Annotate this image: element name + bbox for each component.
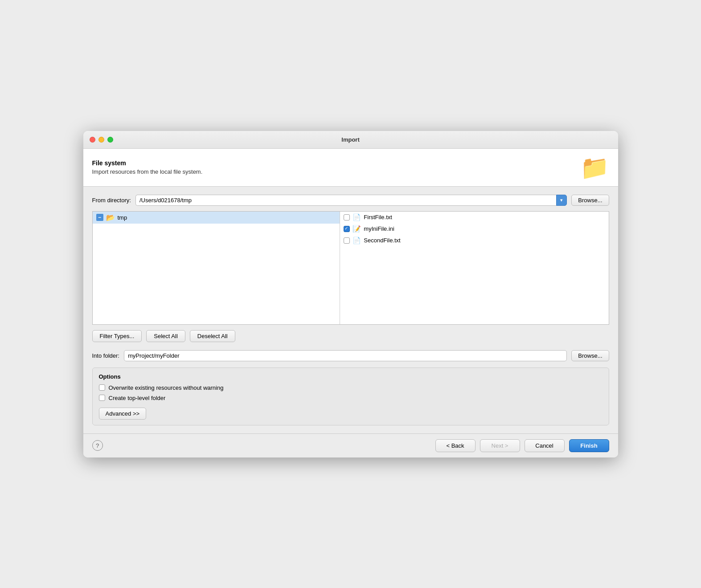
file-icon-secondfile: 📄 [353,237,361,245]
directory-input[interactable] [135,195,556,206]
action-buttons-row: Filter Types... Select All Deselect All [92,330,609,342]
overwrite-checkbox[interactable] [99,384,105,391]
file-checkbox-inifile[interactable] [344,226,350,232]
header-subtitle: Import resources from the local file sys… [92,168,203,175]
folder-icon: 📁 [580,156,609,179]
window-title: Import [341,136,359,143]
folder-name: tmp [118,214,127,221]
top-level-label: Create top-level folder [109,395,166,401]
browse-directory-button[interactable]: Browse... [571,195,609,206]
maximize-button[interactable] [107,137,113,143]
top-level-checkbox[interactable] [99,395,105,401]
top-level-option-row: Create top-level folder [99,395,603,401]
list-item[interactable]: 📄 SecondFile.txt [340,235,608,246]
directory-dropdown-button[interactable]: ▾ [556,195,567,206]
file-name-inifile: myIniFile.ini [364,225,394,232]
import-dialog: Import File system Import resources from… [83,131,618,457]
file-icon-inifile: 📝 [353,225,361,233]
list-item[interactable]: 📝 myIniFile.ini [340,223,608,235]
folder-item-tmp[interactable]: − 📂 tmp [93,212,340,224]
next-button[interactable]: Next > [480,439,520,452]
footer: ? < Back Next > Cancel Finish [83,433,618,457]
list-item[interactable]: 📄 FirstFile.txt [340,212,608,223]
finish-button[interactable]: Finish [569,439,609,452]
footer-left: ? [92,440,103,451]
file-pane: 📄 FirstFile.txt 📝 myIniFile.ini 📄 Second… [340,212,608,324]
directory-input-wrap: ▾ [135,195,567,206]
options-section: Options Overwrite existing resources wit… [92,368,609,425]
file-checkbox-secondfile[interactable] [344,237,350,244]
into-folder-input[interactable] [124,350,567,361]
content-area: From directory: ▾ Browse... − 📂 tmp [83,187,618,433]
filter-types-button[interactable]: Filter Types... [92,330,142,342]
file-browser: − 📂 tmp 📄 FirstFile.txt 📝 myIniFile.ini [92,211,609,325]
header-section: File system Import resources from the lo… [83,149,618,187]
options-title: Options [99,373,603,380]
traffic-lights [90,137,113,143]
file-name-secondfile: SecondFile.txt [364,237,400,244]
header-text: File system Import resources from the lo… [92,159,203,175]
folder-emoji-icon: 📂 [106,213,115,222]
from-directory-row: From directory: ▾ Browse... [92,195,609,206]
select-all-button[interactable]: Select All [146,330,185,342]
deselect-all-button[interactable]: Deselect All [190,330,235,342]
file-name-firstfile: FirstFile.txt [364,214,392,220]
browse-folder-button[interactable]: Browse... [571,350,609,361]
footer-right: < Back Next > Cancel Finish [435,439,609,452]
overwrite-option-row: Overwrite existing resources without war… [99,384,603,391]
help-button[interactable]: ? [92,440,103,451]
titlebar: Import [83,131,618,149]
collapse-icon: − [96,214,103,221]
folder-pane: − 📂 tmp [93,212,340,324]
into-folder-row: Into folder: Browse... [92,350,609,361]
overwrite-label: Overwrite existing resources without war… [109,384,224,391]
back-button[interactable]: < Back [435,439,476,452]
close-button[interactable] [90,137,95,143]
advanced-button[interactable]: Advanced >> [99,408,147,420]
into-folder-label: Into folder: [92,352,119,359]
header-title: File system [92,159,203,167]
file-checkbox-firstfile[interactable] [344,214,350,220]
cancel-button[interactable]: Cancel [525,439,565,452]
from-directory-label: From directory: [92,197,131,204]
minimize-button[interactable] [98,137,104,143]
file-icon-firstfile: 📄 [353,213,361,221]
